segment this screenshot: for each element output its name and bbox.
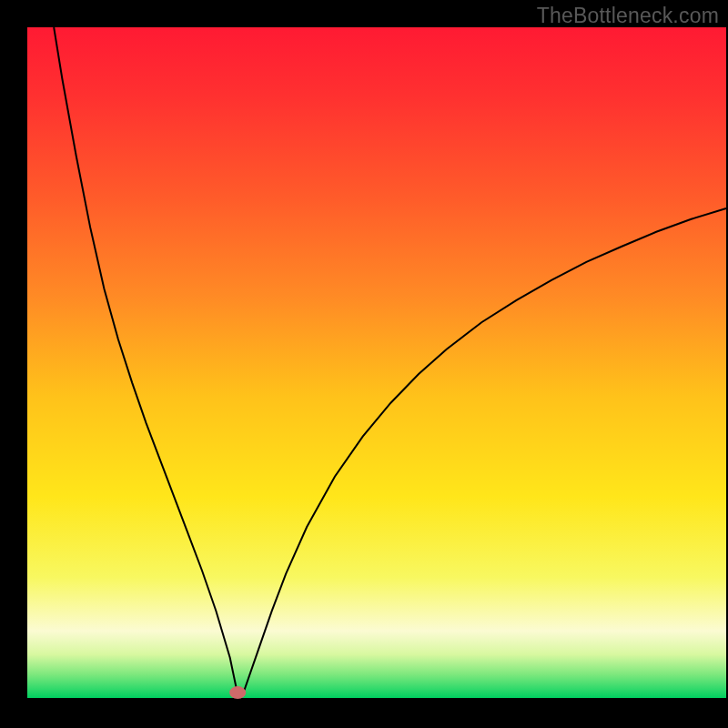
chart-container: TheBottleneck.com bbox=[0, 0, 728, 728]
svg-rect-2 bbox=[0, 0, 27, 728]
svg-rect-1 bbox=[0, 698, 728, 728]
bottleneck-chart bbox=[0, 0, 728, 728]
plot-background bbox=[27, 27, 726, 698]
optimum-marker bbox=[229, 686, 246, 699]
watermark-text: TheBottleneck.com bbox=[537, 4, 719, 28]
